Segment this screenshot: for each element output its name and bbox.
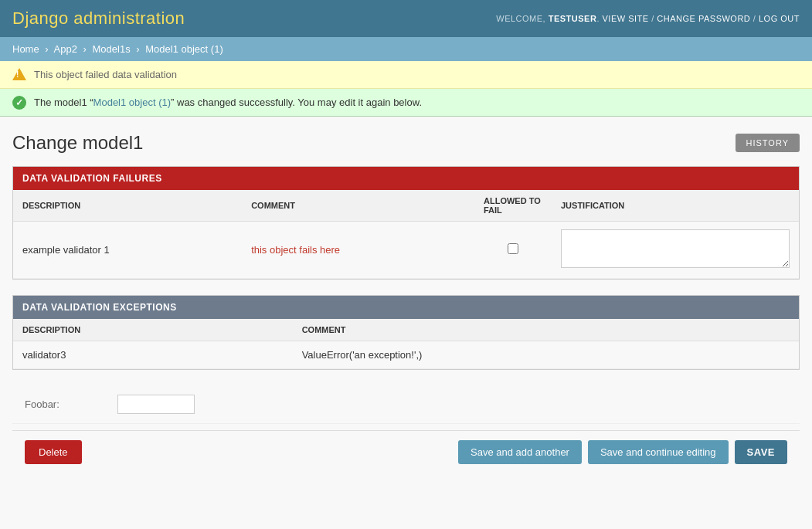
warning-message-text: This object failed data validation <box>34 69 177 80</box>
site-title: Django administration <box>12 8 185 29</box>
welcome-text: WELCOME, <box>496 14 545 23</box>
validation-exceptions-header: DATA VALIDATION EXCEPTIONS <box>13 296 799 319</box>
table-row: validator3 ValueError('an exception!',) <box>13 341 799 369</box>
failure-justification <box>552 222 799 279</box>
submit-left: Delete <box>25 440 82 464</box>
foobar-field-row: Foobar: <box>12 385 800 424</box>
warning-message: This object failed data validation <box>0 61 812 89</box>
save-and-continue-button[interactable]: Save and continue editing <box>588 440 729 464</box>
messages: This object failed data validation ✓ The… <box>0 61 812 117</box>
page-title: Change model1 <box>12 132 143 154</box>
table-row: example validator 1 this object fails he… <box>13 222 799 279</box>
success-message-before: The model1 “ <box>34 97 93 108</box>
delete-button[interactable]: Delete <box>25 440 82 464</box>
breadcrumb-app[interactable]: App2 <box>54 43 77 55</box>
failure-allowed-to-fail <box>474 222 552 279</box>
success-message-after: ” was changed successfully. You may edit… <box>171 97 422 108</box>
validation-exceptions-section: DATA VALIDATION EXCEPTIONS DESCRIPTION C… <box>12 295 800 370</box>
col-comment: COMMENT <box>242 190 474 222</box>
submit-right: Save and add another Save and continue e… <box>458 440 787 464</box>
warning-icon <box>12 68 26 82</box>
breadcrumb: Home › App2 › Model1s › Model1 object (1… <box>0 37 812 61</box>
justification-textarea[interactable] <box>561 229 790 268</box>
breadcrumb-current: Model1 object (1) <box>145 43 223 55</box>
foobar-label: Foobar: <box>25 398 117 410</box>
success-message: ✓ The model1 “Model1 object (1)” was cha… <box>0 89 812 117</box>
content-header: Change model1 HISTORY <box>12 132 800 154</box>
success-message-link[interactable]: Model1 object (1) <box>93 97 171 108</box>
success-icon: ✓ <box>12 96 26 110</box>
exception-description: validator3 <box>13 341 293 369</box>
save-and-add-button[interactable]: Save and add another <box>458 440 582 464</box>
failure-description: example validator 1 <box>13 222 242 279</box>
validation-failures-columns: DESCRIPTION COMMENT ALLOWED TOFAIL JUSTI… <box>13 190 799 222</box>
exception-comment: ValueError('an exception!',) <box>293 341 799 369</box>
foobar-input[interactable] <box>117 395 195 414</box>
view-site-link[interactable]: VIEW SITE <box>603 14 649 23</box>
breadcrumb-sep2: › <box>83 43 87 55</box>
col-description: DESCRIPTION <box>13 190 242 222</box>
username: TESTUSER <box>549 14 597 23</box>
exc-col-description: DESCRIPTION <box>13 319 293 341</box>
change-password-link[interactable]: CHANGE PASSWORD <box>657 14 750 23</box>
history-button[interactable]: HISTORY <box>736 134 800 152</box>
user-tools: WELCOME, TESTUSER. VIEW SITE / CHANGE PA… <box>496 14 800 23</box>
header: Django administration WELCOME, TESTUSER.… <box>0 0 812 37</box>
validation-failures-table: DESCRIPTION COMMENT ALLOWED TOFAIL JUSTI… <box>13 190 799 279</box>
log-out-link[interactable]: LOG OUT <box>759 14 800 23</box>
warning-triangle-icon <box>12 68 26 80</box>
validation-exceptions-columns: DESCRIPTION COMMENT <box>13 319 799 341</box>
validation-failures-header: DATA VALIDATION FAILURES <box>13 167 799 190</box>
breadcrumb-model-list[interactable]: Model1s <box>93 43 131 55</box>
exc-col-comment: COMMENT <box>293 319 799 341</box>
failure-comment: this object fails here <box>242 222 474 279</box>
breadcrumb-sep1: › <box>45 43 48 55</box>
submit-row: Delete Save and add another Save and con… <box>12 430 800 473</box>
col-justification: JUSTIFICATION <box>552 190 799 222</box>
breadcrumb-sep3: › <box>136 43 139 55</box>
main-content: Change model1 HISTORY DATA VALIDATION FA… <box>0 117 812 473</box>
validation-exceptions-table: DESCRIPTION COMMENT validator3 ValueErro… <box>13 319 799 369</box>
check-icon: ✓ <box>12 96 26 110</box>
save-button[interactable]: SAVE <box>735 440 787 464</box>
col-allowed-to-fail: ALLOWED TOFAIL <box>474 190 552 222</box>
allowed-to-fail-checkbox[interactable] <box>508 243 518 254</box>
breadcrumb-home[interactable]: Home <box>12 43 39 55</box>
validation-failures-section: DATA VALIDATION FAILURES DESCRIPTION COM… <box>12 166 800 280</box>
